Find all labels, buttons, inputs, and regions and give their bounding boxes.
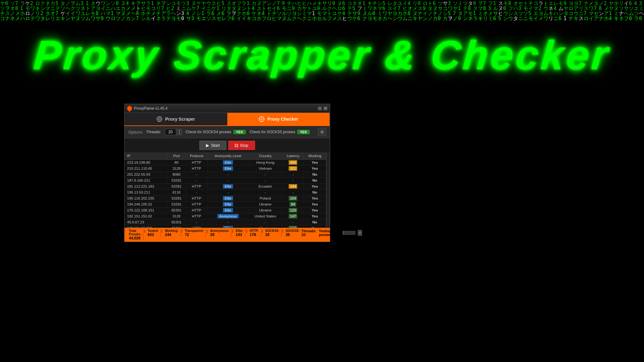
elite-label: Elite: (236, 229, 243, 233)
divider-6: | (246, 229, 247, 233)
threads-progress-area: Threads: 20 Testing proxies: 1% ≡ (302, 229, 362, 237)
cell-ip: 201.222.55.93 (125, 172, 168, 178)
socks4-label: Check for SOCKS4 proxies (186, 130, 231, 134)
tab-proxy-checker[interactable]: Proxy Checker (227, 113, 330, 125)
cell-protocol: HTTP (186, 213, 208, 219)
title-bar: ProxyFlame v1.45.4 ─ ✕ (125, 104, 330, 113)
cell-country: Hong Kong (248, 160, 282, 166)
checker-icon (258, 116, 265, 122)
col-protocol: Protocol (186, 152, 208, 160)
cell-protocol: HTTP (186, 207, 208, 213)
play-icon: ▶ (206, 143, 209, 148)
cell-anonymity: Elite (208, 207, 248, 213)
cell-ip: 195.116.202.235 (125, 195, 168, 201)
socks5-stat-label: SOCKS5: (286, 229, 299, 233)
cell-protocol: HTTP (186, 225, 208, 228)
cell-ip: 181.112.221.182 (125, 184, 168, 189)
cell-protocol: HTTP (186, 160, 208, 166)
cell-country: Ukraine (248, 207, 282, 213)
cell-protocol: - (186, 178, 208, 184)
stat-socks4: SOCKS4: 28 (264, 229, 281, 237)
options-label: Options (128, 130, 142, 134)
cell-anonymity: Elite (208, 184, 248, 189)
cell-protocol: HTTP (186, 195, 208, 201)
cell-anonymity: Anonymous (208, 213, 248, 219)
close-button[interactable]: ✕ (324, 107, 327, 110)
table-row: 192.151.151.623128HTTPAnonymousUnited St… (125, 213, 326, 219)
col-anonymity: Anonymity Level (208, 152, 248, 160)
cell-port: 53281 (168, 178, 186, 184)
title-text: Proxy Scrapper & Checker (32, 31, 612, 79)
cell-latency: - (282, 189, 304, 195)
table-row: 176.122.108.15165301HTTPEliteUkraine120Y… (125, 207, 326, 213)
divider-4: | (207, 229, 208, 233)
cell-working: Yes (304, 195, 326, 201)
status-row: Total Proxies: 44,028 | Tested: 602 | Wo… (127, 229, 327, 240)
col-port: Port (168, 152, 186, 160)
cell-country: - (248, 219, 282, 225)
cell-anonymity: Elite (208, 195, 248, 201)
table-row: 194.246.105.5253281HTTPEliteUkraine94Yes (125, 201, 326, 207)
checker-tab-label: Proxy Checker (267, 117, 298, 122)
cell-country: - (248, 178, 282, 184)
elite-value: 143 (236, 233, 243, 237)
http-label: HTTP: (250, 229, 259, 233)
cell-working: No (304, 178, 326, 184)
settings-button[interactable]: ⚙ (318, 128, 326, 136)
col-latency: Latency (282, 152, 304, 160)
options-bar: Options Threads: ▲ ▼ Check for SOCKS4 pr… (125, 126, 330, 138)
tab-proxy-scraper[interactable]: Proxy Scraper (125, 113, 227, 125)
stop-button[interactable]: Stop (228, 141, 255, 150)
stop-icon (235, 144, 238, 147)
table-header: IP Port Protocol Anonymity Level Country… (125, 152, 326, 160)
cell-anonymity: - (208, 189, 248, 195)
cell-ip: 187.8.166.221 (125, 178, 168, 184)
tab-bar: Proxy Scraper Proxy Checker (125, 113, 330, 126)
divider-1: | (144, 229, 145, 233)
cell-country: Ukraine (248, 201, 282, 207)
cell-working: Yes (304, 207, 326, 213)
socks4-stat-label: SOCKS4: (265, 229, 279, 233)
stat-total: Total Proxies: 44,028 (127, 229, 143, 240)
table-scrollbar[interactable] (326, 152, 330, 228)
minimize-button[interactable]: ─ (318, 107, 322, 110)
cell-working: Yes (304, 166, 326, 172)
cell-ip: 45.6.67.23 (125, 219, 168, 225)
progress-options-button[interactable]: ≡ (358, 230, 362, 236)
cell-working: No (304, 189, 326, 195)
cell-latency: 147 (282, 213, 304, 219)
cell-working: Yes (304, 201, 326, 207)
cell-protocol: - (186, 172, 208, 178)
flame-icon (126, 105, 133, 112)
table-row: 187.8.166.22153281----No (125, 178, 326, 184)
cell-protocol: HTTP (186, 184, 208, 189)
socks5-label: Check for SOCKS5 proxies (250, 130, 295, 134)
cell-ip: 192.151.151.62 (125, 213, 168, 219)
action-bar: ▶ Start Stop (125, 138, 330, 152)
cell-country: - (248, 189, 282, 195)
start-button[interactable]: ▶ Start (199, 141, 226, 150)
title-bar-left: ProxyFlame v1.45.4 (127, 106, 168, 111)
cell-latency: 244 (282, 184, 304, 189)
cell-port: 3128 (168, 166, 186, 172)
socks4-check: Check for SOCKS4 proxies YES (186, 130, 246, 134)
cell-ip: 176.122.108.151 (125, 207, 168, 213)
total-value: 44,028 (129, 236, 141, 240)
stat-http: HTTP: 178 (248, 229, 261, 237)
title-banner: Proxy Scrapper & Checker (0, 31, 644, 79)
threads-down-button[interactable]: ▼ (177, 132, 181, 135)
divider-3: | (181, 229, 182, 233)
thread-spinner: ▲ ▼ (177, 129, 182, 135)
socks4-stat-value: 28 (265, 233, 279, 237)
tested-label: Tested: (148, 229, 159, 233)
threads-input[interactable] (165, 129, 176, 135)
stop-label: Stop (240, 143, 248, 148)
cell-latency: 408 (282, 160, 304, 166)
threads-up-button[interactable]: ▲ (177, 129, 181, 132)
cell-protocol: - (186, 219, 208, 225)
tested-value: 602 (148, 233, 159, 237)
table-row: 45.6.67.2365301----No (125, 219, 326, 225)
table-wrapper: IP Port Protocol Anonymity Level Country… (125, 152, 330, 228)
proxy-table-container[interactable]: IP Port Protocol Anonymity Level Country… (125, 152, 326, 228)
cell-port: 8118 (168, 189, 186, 195)
